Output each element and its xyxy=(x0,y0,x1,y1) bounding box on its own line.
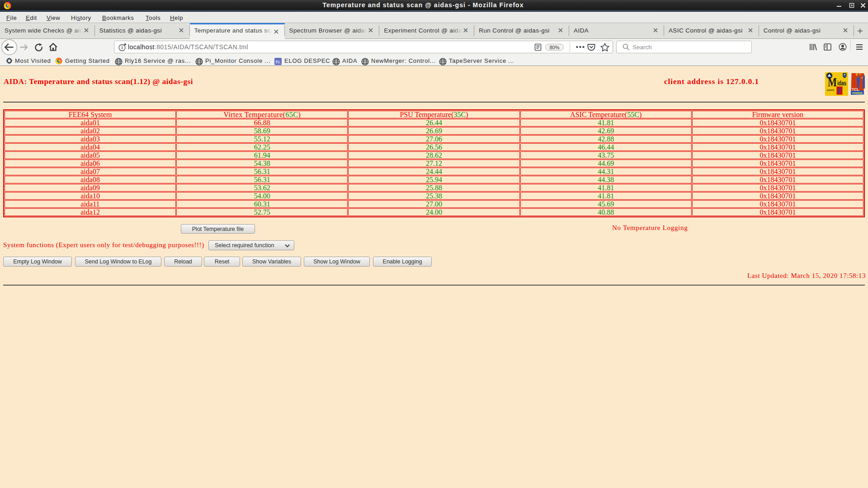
svg-text:EL: EL xyxy=(276,60,281,64)
svg-text:POWERED: POWERED xyxy=(852,92,863,94)
svg-text:idas: idas xyxy=(837,80,846,87)
svg-text:M: M xyxy=(828,75,837,89)
svg-text:powered by: powered by xyxy=(827,89,834,91)
